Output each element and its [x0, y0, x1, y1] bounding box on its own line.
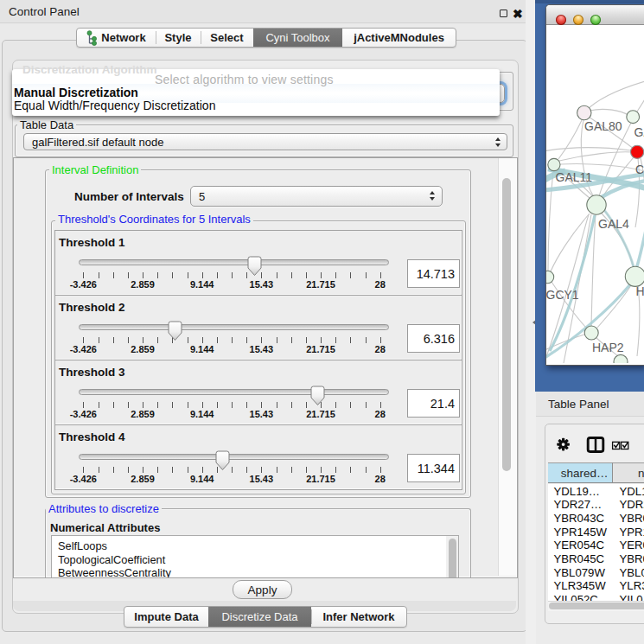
svg-text:GCY1: GCY1 — [546, 288, 579, 302]
svg-text:GAL80: GAL80 — [584, 119, 622, 133]
svg-text:GAL11: GAL11 — [556, 170, 593, 184]
svg-text:HAP2: HAP2 — [592, 341, 624, 354]
svg-text:C: C — [635, 163, 644, 176]
svg-text:H: H — [636, 284, 644, 298]
svg-text:GAL4: GAL4 — [598, 217, 629, 231]
svg-text:GA: GA — [634, 125, 644, 139]
